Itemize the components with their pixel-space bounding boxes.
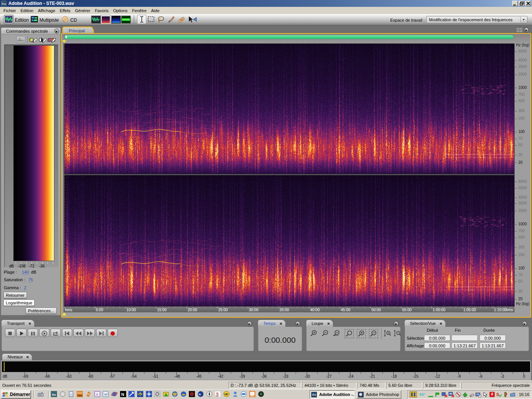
svg-text:UE: UE [225, 393, 228, 396]
svg-text:Au: Au [52, 393, 56, 396]
svg-text:SBP: SBP [215, 395, 219, 397]
svg-text:X: X [139, 393, 141, 396]
svg-text:FDX: FDX [78, 394, 82, 397]
svg-text:n: n [96, 393, 98, 396]
svg-text:N: N [121, 392, 124, 397]
svg-text:PDF: PDF [250, 395, 254, 397]
svg-text:S: S [496, 392, 499, 397]
svg-text:tc: tc [199, 393, 201, 396]
